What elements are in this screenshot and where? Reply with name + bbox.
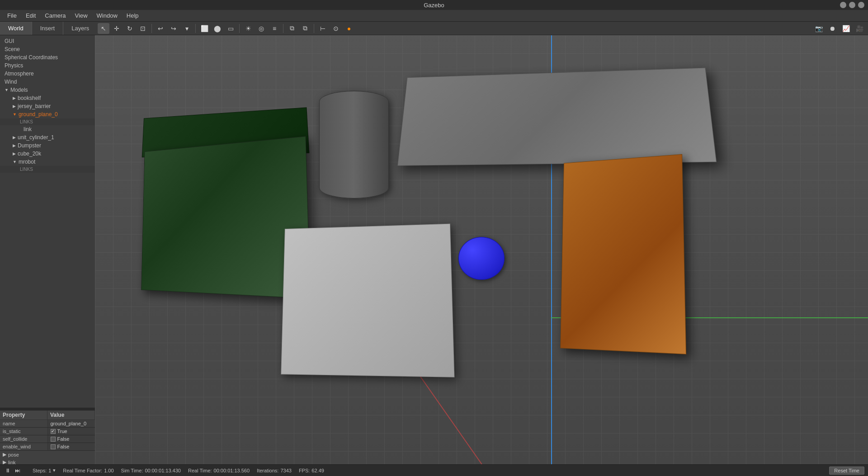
tab-layers[interactable]: Layers — [63, 22, 98, 35]
view-button[interactable]: 🎥 — [854, 23, 865, 34]
menu-help[interactable]: Help — [122, 11, 143, 20]
lines-button[interactable]: ≡ — [269, 23, 280, 34]
select-tool-button[interactable]: ↖ — [98, 23, 109, 34]
cylinder-blue-object[interactable] — [458, 237, 505, 280]
fps-value: 62.49 — [311, 468, 324, 473]
left-panel: GUI Scene Spherical Coordinates Physics … — [0, 35, 95, 464]
tree-item-spherical-coords[interactable]: Spherical Coordinates — [0, 53, 95, 61]
status-realtime-factor: Real Time Factor: 1.00 — [63, 468, 113, 473]
realtime-factor-value: 1.00 — [104, 468, 113, 473]
props-val-enable-wind: False — [48, 443, 95, 450]
tree-section-links-2: LINKS — [0, 166, 95, 173]
props-header: Property Value — [0, 410, 95, 420]
status-steps: Steps: 1 ▾ — [33, 467, 56, 473]
translate-tool-button[interactable]: ✛ — [111, 23, 123, 34]
app-title: Gazebo — [424, 2, 444, 9]
sim-time-label: Sim Time: — [121, 468, 143, 473]
tree-item-gui[interactable]: GUI — [0, 37, 95, 45]
fps-label: FPS: — [299, 468, 310, 473]
toggle-button[interactable]: ● — [343, 23, 355, 34]
menu-file[interactable]: File — [3, 11, 21, 20]
step-button[interactable]: ⏭ — [14, 467, 22, 475]
tree-item-atmosphere[interactable]: Atmosphere — [0, 70, 95, 78]
graph-button[interactable]: 📈 — [840, 23, 852, 34]
properties-panel: Property Value name ground_plane_0 is_st… — [0, 410, 95, 464]
minimize-button[interactable]: — — [840, 2, 846, 8]
iterations-value: 7343 — [280, 468, 291, 473]
cylinder-gray-object[interactable] — [319, 91, 389, 198]
scale-tool-button[interactable]: ⊡ — [137, 23, 149, 34]
tree-item-wind[interactable]: Wind — [0, 78, 95, 86]
box-shape-button[interactable]: ⬜ — [198, 23, 210, 34]
menu-view[interactable]: View — [71, 11, 92, 20]
spot-light-button[interactable]: ◎ — [255, 23, 267, 34]
status-sim-time: Sim Time: 00:00:01:13.430 — [121, 468, 181, 473]
tabbar: World Insert Layers — [0, 22, 95, 35]
rotate-tool-button[interactable]: ↻ — [124, 23, 136, 34]
props-row-self-collide[interactable]: self_collide False — [0, 435, 95, 443]
tree-item-scene[interactable]: Scene — [0, 45, 95, 53]
tree-item-ground-plane-0[interactable]: ▼ ground_plane_0 — [0, 110, 95, 118]
paste-button[interactable]: ⧉ — [299, 23, 311, 34]
props-val-self-collide: False — [48, 435, 95, 443]
props-col-value: Value — [47, 410, 95, 419]
barrier-object[interactable] — [397, 68, 717, 166]
tree-item-cube-20k[interactable]: ▶ cube_20k — [0, 150, 95, 158]
props-row-enable-wind[interactable]: enable_wind False — [0, 443, 95, 451]
status-real-time: Real Time: 00:00:01:13.560 — [188, 468, 250, 473]
props-row-name[interactable]: name ground_plane_0 — [0, 420, 95, 428]
status-fps: FPS: 62.49 — [299, 468, 324, 473]
reset-time-button[interactable]: Reset Time — [829, 467, 864, 475]
record-button[interactable]: ⏺ — [826, 23, 838, 34]
tree-section-links-1: LINKS — [0, 118, 95, 125]
tab-world[interactable]: World — [0, 22, 32, 35]
copy-button[interactable]: ⧉ — [286, 23, 298, 34]
tree-item-physics[interactable]: Physics — [0, 61, 95, 70]
tree-item-unit-cylinder-1[interactable]: ▶ unit_cylinder_1 — [0, 133, 95, 141]
snap-button[interactable]: ⊙ — [330, 23, 342, 34]
redo-button[interactable]: ↪ — [168, 23, 179, 34]
menu-camera[interactable]: Camera — [40, 11, 70, 20]
tree-item-models[interactable]: ▼ Models — [0, 86, 95, 94]
props-key-enable-wind: enable_wind — [0, 443, 48, 450]
is-static-checkbox[interactable] — [51, 429, 56, 434]
sphere-shape-button[interactable]: ⬤ — [212, 23, 223, 34]
sim-time-value: 00:00:01:13.430 — [145, 468, 181, 473]
toolbar-sep-2 — [195, 24, 196, 33]
box-brown-object[interactable] — [560, 154, 686, 354]
sun-light-button[interactable]: ☀ — [242, 23, 254, 34]
world-tree: GUI Scene Spherical Coordinates Physics … — [0, 35, 95, 408]
3d-viewport[interactable] — [95, 35, 868, 464]
tree-item-dumpster[interactable]: ▶ Dumpster — [0, 141, 95, 150]
titlebar: Gazebo — □ × — [0, 0, 868, 10]
tree-item-mrobot[interactable]: ▼ mrobot — [0, 158, 95, 166]
pause-button[interactable]: ⏸ — [4, 467, 12, 475]
self-collide-checkbox[interactable] — [51, 437, 56, 442]
screenshot-button[interactable]: 📷 — [813, 23, 825, 34]
steps-dropdown[interactable]: ▾ — [53, 467, 56, 473]
menu-edit[interactable]: Edit — [21, 11, 40, 20]
cylinder-shape-button[interactable]: ▭ — [225, 23, 236, 34]
props-expand-pose[interactable]: ▶ pose — [0, 451, 95, 458]
tree-item-link-1[interactable]: link — [0, 125, 95, 133]
undo-button[interactable]: ↩ — [155, 23, 166, 34]
close-button[interactable]: × — [858, 2, 864, 8]
steps-value: 1 — [48, 468, 51, 473]
props-key-self-collide: self_collide — [0, 435, 48, 443]
redo-dropdown-button[interactable]: ▾ — [181, 23, 193, 34]
align-button[interactable]: ⊢ — [317, 23, 329, 34]
scene-canvas — [95, 35, 868, 464]
toolbar-sep-3 — [239, 24, 240, 33]
props-row-is-static[interactable]: is_static True — [0, 428, 95, 435]
props-key-name: name — [0, 420, 48, 427]
menu-window[interactable]: Window — [92, 11, 122, 20]
toolbar-sep-4 — [283, 24, 283, 33]
enable-wind-checkbox[interactable] — [51, 444, 56, 449]
cube-white-object[interactable] — [281, 223, 455, 377]
status-iterations: Iterations: 7343 — [257, 468, 292, 473]
maximize-button[interactable]: □ — [849, 2, 855, 8]
iterations-label: Iterations: — [257, 468, 278, 473]
tab-insert[interactable]: Insert — [32, 22, 64, 35]
tree-item-bookshelf[interactable]: ▶ bookshelf — [0, 94, 95, 102]
tree-item-jersey-barrier[interactable]: ▶ jersey_barrier — [0, 102, 95, 110]
